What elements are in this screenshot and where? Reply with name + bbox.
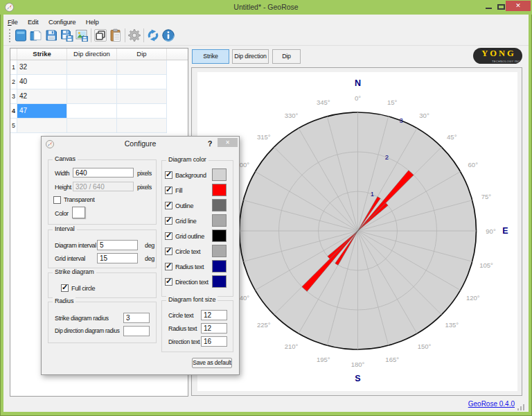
- info-icon: [161, 28, 175, 42]
- refresh-button[interactable]: [146, 28, 160, 42]
- circle-text-size-input[interactable]: [201, 310, 227, 320]
- cell-dip-direction[interactable]: [67, 119, 117, 133]
- height-input[interactable]: [73, 182, 134, 191]
- grid-line-color-checkbox[interactable]: [165, 217, 172, 225]
- outline-color-swatch[interactable]: [212, 199, 227, 211]
- paste-icon: [109, 28, 123, 42]
- export-image-button[interactable]: [75, 28, 89, 42]
- grid-line-color-label: Grid line: [175, 218, 196, 225]
- transparent-checkbox[interactable]: [53, 196, 61, 204]
- cell-strike[interactable]: 40: [17, 75, 67, 89]
- grid-outline-color-swatch[interactable]: [212, 229, 227, 242]
- dialog-help-button[interactable]: ?: [205, 137, 215, 150]
- header-dip-direction[interactable]: Dip direction: [67, 49, 117, 60]
- row-number[interactable]: 2: [10, 75, 17, 89]
- tab-dip-direction[interactable]: Dip direction: [232, 49, 269, 64]
- full-circle-label: Full circle: [71, 285, 95, 292]
- fill-color-checkbox[interactable]: [165, 187, 172, 194]
- cell-dip-direction[interactable]: [67, 104, 117, 119]
- canvas-group: Canvas Width pixels Height pixels Transp…: [48, 159, 157, 225]
- about-button[interactable]: [161, 28, 175, 42]
- grid-line-color-swatch[interactable]: [212, 214, 227, 227]
- cell-dip[interactable]: [117, 119, 167, 133]
- row-number[interactable]: 3: [10, 89, 17, 104]
- refresh-icon: [146, 28, 160, 42]
- radius-text-color-swatch[interactable]: [212, 260, 227, 272]
- strike-radius-input[interactable]: [123, 313, 150, 323]
- cell-dip-direction[interactable]: [67, 60, 117, 75]
- svg-text:2: 2: [385, 153, 389, 161]
- row-number[interactable]: 1: [10, 60, 17, 75]
- cell-strike[interactable]: 42: [17, 89, 67, 104]
- svg-text:150°: 150°: [418, 343, 432, 350]
- svg-text:15°: 15°: [387, 98, 398, 106]
- toolbar-separator: [143, 28, 144, 42]
- save-as-button[interactable]: [60, 28, 73, 42]
- direction-text-color-checkbox[interactable]: [165, 278, 172, 286]
- rose-diagram: 0°15°30°45°60°75°90°105°120°135°150°165°…: [197, 72, 517, 391]
- cell-strike[interactable]: [17, 119, 67, 133]
- grid-outline-color-checkbox[interactable]: [165, 232, 172, 240]
- cell-dip[interactable]: [117, 104, 167, 119]
- copy-button[interactable]: [94, 28, 107, 42]
- diagram-interval-input[interactable]: [97, 240, 138, 250]
- diagram-interval-unit: deg: [145, 242, 154, 249]
- save-button[interactable]: [44, 28, 58, 42]
- svg-text:165°: 165°: [385, 356, 399, 363]
- toolbar-drag-handle[interactable]: [9, 29, 11, 42]
- version-link[interactable]: GeoRose 0.4.0: [468, 400, 515, 408]
- dialog-title-bar[interactable]: Configure ? ✕: [42, 137, 239, 152]
- direction-text-size-input[interactable]: [201, 336, 227, 347]
- fill-color-label: Fill: [175, 187, 182, 194]
- outline-color-checkbox[interactable]: [165, 202, 172, 209]
- grid-interval-unit: deg: [145, 255, 154, 262]
- cell-dip[interactable]: [117, 60, 167, 75]
- save-as-default-button[interactable]: Save as default: [192, 358, 232, 368]
- cell-strike[interactable]: 32: [17, 60, 67, 75]
- configure-button[interactable]: [127, 28, 141, 42]
- table-row: 2 40: [10, 75, 188, 89]
- dialog-close-button[interactable]: ✕: [218, 138, 238, 147]
- new-file-button[interactable]: [14, 28, 28, 42]
- circle-text-color-swatch[interactable]: [212, 245, 227, 257]
- title-bar[interactable]: Untitled* - GeoRose ✕: [0, 0, 532, 15]
- interval-group-title: Interval: [53, 225, 77, 232]
- full-circle-checkbox[interactable]: [61, 284, 69, 292]
- fill-color-swatch[interactable]: [212, 184, 227, 196]
- canvas-color-swatch[interactable]: [72, 207, 85, 218]
- open-file-icon: [29, 28, 43, 42]
- background-color-swatch[interactable]: [212, 168, 227, 181]
- cell-dip-direction[interactable]: [67, 75, 117, 89]
- tab-dip[interactable]: Dip: [272, 49, 301, 64]
- direction-text-color-swatch[interactable]: [212, 275, 227, 288]
- resize-grip-icon[interactable]: [517, 404, 524, 410]
- width-label: Width: [55, 170, 69, 177]
- direction-text-color-label: Direction text: [175, 279, 209, 286]
- svg-text:3: 3: [400, 116, 403, 124]
- toolbar: [3, 26, 529, 46]
- row-number[interactable]: 4: [10, 104, 17, 119]
- close-button[interactable]: ✕: [506, 1, 531, 11]
- header-dip[interactable]: Dip: [117, 49, 167, 60]
- cell-dip-direction[interactable]: [67, 89, 117, 104]
- open-file-button[interactable]: [29, 28, 43, 42]
- grid-interval-input[interactable]: [97, 253, 138, 263]
- cell-dip[interactable]: [117, 75, 167, 89]
- width-input[interactable]: [73, 168, 134, 177]
- table-row: 4 47: [10, 104, 188, 119]
- header-strike[interactable]: Strike: [17, 49, 67, 60]
- radius-text-size-input[interactable]: [201, 323, 227, 333]
- cell-dip[interactable]: [117, 89, 167, 104]
- paste-button[interactable]: [109, 28, 123, 42]
- circle-text-color-checkbox[interactable]: [165, 248, 172, 255]
- svg-text:315°: 315°: [257, 133, 271, 141]
- svg-text:195°: 195°: [317, 356, 330, 363]
- dip-radius-input[interactable]: [123, 326, 150, 336]
- row-number[interactable]: 5: [10, 119, 17, 133]
- corner-header-cell[interactable]: [10, 49, 17, 60]
- grid-outline-color-label: Grid outline: [175, 233, 204, 240]
- background-color-checkbox[interactable]: [165, 171, 172, 179]
- tab-strike[interactable]: Strike: [192, 49, 229, 64]
- radius-text-color-checkbox[interactable]: [165, 263, 172, 270]
- cell-strike-selected[interactable]: 47: [17, 104, 67, 119]
